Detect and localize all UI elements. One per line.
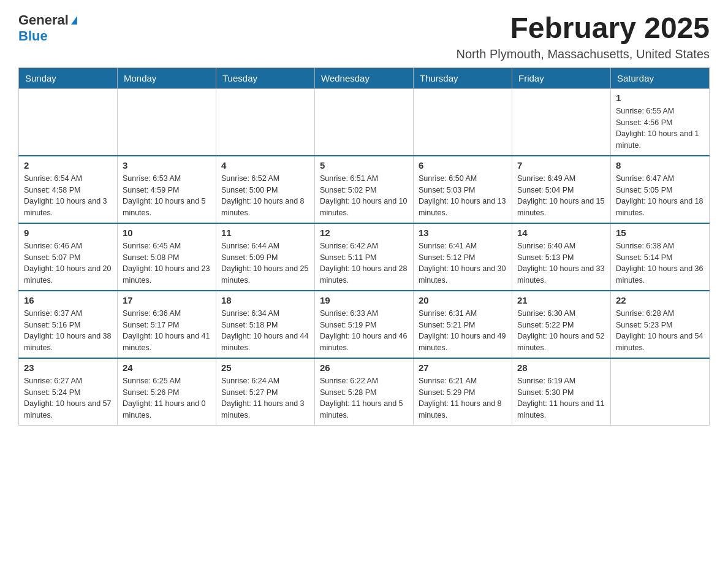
table-row: 8Sunrise: 6:47 AM Sunset: 5:05 PM Daylig… <box>611 156 710 223</box>
col-tuesday: Tuesday <box>216 67 315 88</box>
day-info: Sunrise: 6:22 AM Sunset: 5:28 PM Dayligh… <box>320 375 408 421</box>
table-row: 13Sunrise: 6:41 AM Sunset: 5:12 PM Dayli… <box>414 223 512 291</box>
col-thursday: Thursday <box>414 67 512 88</box>
table-row: 16Sunrise: 6:37 AM Sunset: 5:16 PM Dayli… <box>19 291 118 358</box>
table-row: 17Sunrise: 6:36 AM Sunset: 5:17 PM Dayli… <box>118 291 216 358</box>
day-number: 4 <box>221 160 309 170</box>
day-number: 24 <box>123 362 211 373</box>
day-info: Sunrise: 6:19 AM Sunset: 5:30 PM Dayligh… <box>517 375 605 421</box>
day-number: 14 <box>517 228 605 238</box>
table-row: 24Sunrise: 6:25 AM Sunset: 5:26 PM Dayli… <box>118 358 216 426</box>
table-row: 12Sunrise: 6:42 AM Sunset: 5:11 PM Dayli… <box>315 223 414 291</box>
table-row: 28Sunrise: 6:19 AM Sunset: 5:30 PM Dayli… <box>512 358 611 426</box>
day-info: Sunrise: 6:34 AM Sunset: 5:18 PM Dayligh… <box>221 308 309 354</box>
title-section: February 2025 North Plymouth, Massachuse… <box>456 12 710 61</box>
day-info: Sunrise: 6:42 AM Sunset: 5:11 PM Dayligh… <box>320 240 408 286</box>
calendar-header-row: Sunday Monday Tuesday Wednesday Thursday… <box>19 67 710 88</box>
table-row: 1Sunrise: 6:55 AM Sunset: 4:56 PM Daylig… <box>611 88 710 156</box>
table-row <box>315 88 414 156</box>
table-row: 9Sunrise: 6:46 AM Sunset: 5:07 PM Daylig… <box>19 223 118 291</box>
table-row: 4Sunrise: 6:52 AM Sunset: 5:00 PM Daylig… <box>216 156 315 223</box>
day-number: 26 <box>320 362 408 373</box>
table-row <box>216 88 315 156</box>
day-number: 19 <box>320 295 408 305</box>
day-info: Sunrise: 6:36 AM Sunset: 5:17 PM Dayligh… <box>123 308 211 354</box>
day-number: 22 <box>616 295 704 305</box>
day-number: 27 <box>419 362 507 373</box>
table-row: 21Sunrise: 6:30 AM Sunset: 5:22 PM Dayli… <box>512 291 611 358</box>
col-monday: Monday <box>118 67 216 88</box>
table-row: 10Sunrise: 6:45 AM Sunset: 5:08 PM Dayli… <box>118 223 216 291</box>
day-info: Sunrise: 6:46 AM Sunset: 5:07 PM Dayligh… <box>24 240 112 286</box>
col-saturday: Saturday <box>611 67 710 88</box>
logo-general-text: General <box>18 12 69 28</box>
day-number: 11 <box>221 228 309 238</box>
day-info: Sunrise: 6:30 AM Sunset: 5:22 PM Dayligh… <box>517 308 605 354</box>
col-wednesday: Wednesday <box>315 67 414 88</box>
day-info: Sunrise: 6:45 AM Sunset: 5:08 PM Dayligh… <box>123 240 211 286</box>
day-info: Sunrise: 6:53 AM Sunset: 4:59 PM Dayligh… <box>123 173 211 219</box>
day-number: 17 <box>123 295 211 305</box>
logo-blue-text: Blue <box>18 28 48 44</box>
table-row: 11Sunrise: 6:44 AM Sunset: 5:09 PM Dayli… <box>216 223 315 291</box>
day-info: Sunrise: 6:50 AM Sunset: 5:03 PM Dayligh… <box>419 173 507 219</box>
table-row: 25Sunrise: 6:24 AM Sunset: 5:27 PM Dayli… <box>216 358 315 426</box>
day-number: 15 <box>616 228 704 238</box>
day-number: 18 <box>221 295 309 305</box>
table-row: 19Sunrise: 6:33 AM Sunset: 5:19 PM Dayli… <box>315 291 414 358</box>
table-row: 14Sunrise: 6:40 AM Sunset: 5:13 PM Dayli… <box>512 223 611 291</box>
day-number: 1 <box>616 93 704 103</box>
table-row: 22Sunrise: 6:28 AM Sunset: 5:23 PM Dayli… <box>611 291 710 358</box>
table-row: 6Sunrise: 6:50 AM Sunset: 5:03 PM Daylig… <box>414 156 512 223</box>
month-title: February 2025 <box>456 12 710 45</box>
day-info: Sunrise: 6:27 AM Sunset: 5:24 PM Dayligh… <box>24 375 112 421</box>
table-row <box>512 88 611 156</box>
day-number: 9 <box>24 228 112 238</box>
table-row <box>414 88 512 156</box>
day-info: Sunrise: 6:51 AM Sunset: 5:02 PM Dayligh… <box>320 173 408 219</box>
day-number: 23 <box>24 362 112 373</box>
day-number: 5 <box>320 160 408 170</box>
day-info: Sunrise: 6:25 AM Sunset: 5:26 PM Dayligh… <box>123 375 211 421</box>
table-row <box>611 358 710 426</box>
day-number: 3 <box>123 160 211 170</box>
location-subtitle: North Plymouth, Massachusetts, United St… <box>456 47 710 61</box>
day-number: 25 <box>221 362 309 373</box>
day-info: Sunrise: 6:28 AM Sunset: 5:23 PM Dayligh… <box>616 308 704 354</box>
day-info: Sunrise: 6:31 AM Sunset: 5:21 PM Dayligh… <box>419 308 507 354</box>
table-row: 18Sunrise: 6:34 AM Sunset: 5:18 PM Dayli… <box>216 291 315 358</box>
day-number: 6 <box>419 160 507 170</box>
table-row: 27Sunrise: 6:21 AM Sunset: 5:29 PM Dayli… <box>414 358 512 426</box>
table-row: 2Sunrise: 6:54 AM Sunset: 4:58 PM Daylig… <box>19 156 118 223</box>
day-info: Sunrise: 6:44 AM Sunset: 5:09 PM Dayligh… <box>221 240 309 286</box>
day-number: 2 <box>24 160 112 170</box>
day-number: 20 <box>419 295 507 305</box>
day-info: Sunrise: 6:55 AM Sunset: 4:56 PM Dayligh… <box>616 105 704 151</box>
day-info: Sunrise: 6:38 AM Sunset: 5:14 PM Dayligh… <box>616 240 704 286</box>
table-row: 3Sunrise: 6:53 AM Sunset: 4:59 PM Daylig… <box>118 156 216 223</box>
calendar-table: Sunday Monday Tuesday Wednesday Thursday… <box>18 67 710 426</box>
day-info: Sunrise: 6:52 AM Sunset: 5:00 PM Dayligh… <box>221 173 309 219</box>
day-info: Sunrise: 6:33 AM Sunset: 5:19 PM Dayligh… <box>320 308 408 354</box>
day-number: 21 <box>517 295 605 305</box>
col-friday: Friday <box>512 67 611 88</box>
day-number: 7 <box>517 160 605 170</box>
day-number: 12 <box>320 228 408 238</box>
page-header: General Blue February 2025 North Plymout… <box>18 12 710 61</box>
day-number: 8 <box>616 160 704 170</box>
table-row: 7Sunrise: 6:49 AM Sunset: 5:04 PM Daylig… <box>512 156 611 223</box>
table-row: 23Sunrise: 6:27 AM Sunset: 5:24 PM Dayli… <box>19 358 118 426</box>
day-info: Sunrise: 6:24 AM Sunset: 5:27 PM Dayligh… <box>221 375 309 421</box>
day-info: Sunrise: 6:37 AM Sunset: 5:16 PM Dayligh… <box>24 308 112 354</box>
col-sunday: Sunday <box>19 67 118 88</box>
table-row <box>19 88 118 156</box>
table-row <box>118 88 216 156</box>
day-info: Sunrise: 6:21 AM Sunset: 5:29 PM Dayligh… <box>419 375 507 421</box>
day-number: 10 <box>123 228 211 238</box>
day-info: Sunrise: 6:49 AM Sunset: 5:04 PM Dayligh… <box>517 173 605 219</box>
table-row: 20Sunrise: 6:31 AM Sunset: 5:21 PM Dayli… <box>414 291 512 358</box>
day-info: Sunrise: 6:40 AM Sunset: 5:13 PM Dayligh… <box>517 240 605 286</box>
table-row: 5Sunrise: 6:51 AM Sunset: 5:02 PM Daylig… <box>315 156 414 223</box>
day-info: Sunrise: 6:41 AM Sunset: 5:12 PM Dayligh… <box>419 240 507 286</box>
logo: General Blue <box>18 12 77 44</box>
